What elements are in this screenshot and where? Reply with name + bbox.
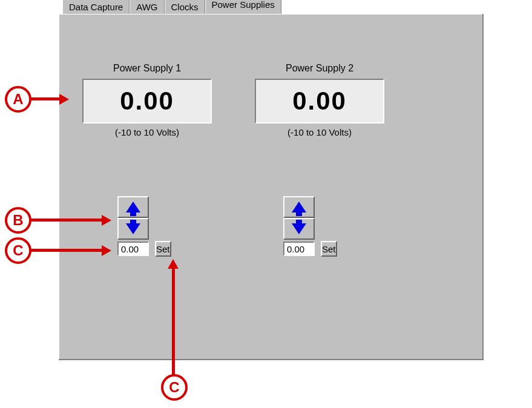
power-supply-1-controls: Set xyxy=(117,196,154,257)
annotation-b-arrowhead-icon xyxy=(102,215,111,226)
power-supply-2-value: 0.00 xyxy=(292,87,347,116)
annotation-a-line xyxy=(30,97,61,100)
power-supply-1-increment-button[interactable] xyxy=(117,196,149,218)
power-supply-2-decrement-button[interactable] xyxy=(283,218,315,240)
power-supply-1-display: 0.00 xyxy=(82,79,212,123)
annotation-c-left-arrowhead-icon xyxy=(102,245,111,256)
power-supply-2-range: (-10 to 10 Volts) xyxy=(244,127,395,137)
power-supply-1-input[interactable] xyxy=(117,242,149,256)
arrow-up-icon xyxy=(126,202,140,212)
power-supply-1-set-button[interactable]: Set xyxy=(155,241,171,257)
tab-power-supplies[interactable]: Power Supplies xyxy=(205,0,281,14)
power-supply-2-controls: Set xyxy=(283,196,320,257)
power-supply-2-title: Power Supply 2 xyxy=(244,63,395,74)
annotation-c-bottom-line xyxy=(172,268,175,375)
annotation-c-left-line xyxy=(30,249,103,252)
arrow-up-icon xyxy=(292,202,306,212)
arrow-down-icon xyxy=(126,223,140,234)
power-supply-2-increment-button[interactable] xyxy=(283,196,315,218)
annotation-c-bottom: C xyxy=(161,374,188,401)
annotation-b-line xyxy=(30,219,103,222)
annotation-a: A xyxy=(5,86,31,113)
power-supply-2-set-button[interactable]: Set xyxy=(321,241,337,257)
annotation-c-bottom-arrowhead-icon xyxy=(168,259,179,269)
panel-content: Power Supply 1 0.00 (-10 to 10 Volts) Po… xyxy=(59,14,482,359)
tab-awg[interactable]: AWG xyxy=(130,0,164,15)
tab-bar: Data Capture AWG Clocks Power Supplies xyxy=(62,0,281,14)
power-supply-2-display: 0.00 xyxy=(255,79,384,123)
power-supply-1-title: Power Supply 1 xyxy=(71,63,223,74)
power-supply-2-group: Power Supply 2 0.00 (-10 to 10 Volts) xyxy=(244,63,395,137)
power-supply-1-decrement-button[interactable] xyxy=(117,218,149,240)
tab-clocks[interactable]: Clocks xyxy=(165,0,205,15)
annotation-a-arrowhead-icon xyxy=(59,94,69,105)
power-supply-1-range: (-10 to 10 Volts) xyxy=(71,127,223,137)
arrow-down-icon xyxy=(292,223,306,234)
annotation-b: B xyxy=(5,207,31,234)
power-supply-1-group: Power Supply 1 0.00 (-10 to 10 Volts) xyxy=(71,63,223,137)
power-supply-1-value: 0.00 xyxy=(120,87,174,116)
power-supplies-panel: Data Capture AWG Clocks Power Supplies P… xyxy=(59,14,484,360)
annotation-c-left: C xyxy=(5,237,31,264)
tab-data-capture[interactable]: Data Capture xyxy=(62,0,130,15)
power-supply-2-input[interactable] xyxy=(283,242,315,256)
